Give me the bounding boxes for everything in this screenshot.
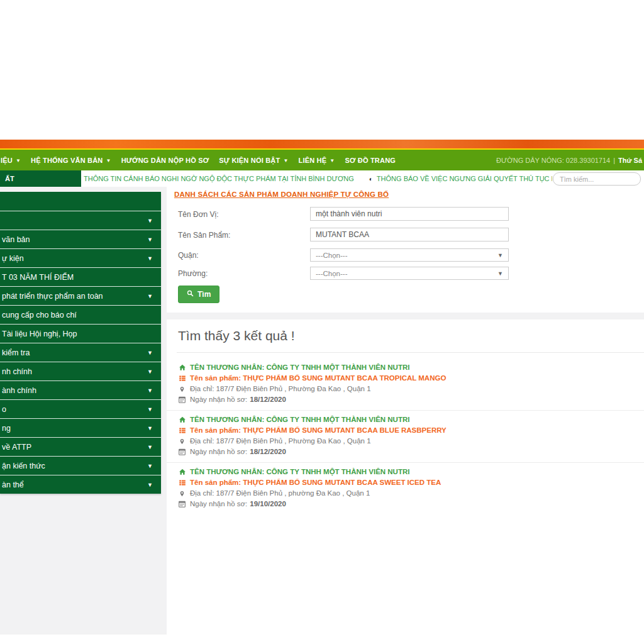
weekday-label: Thứ Sá: [618, 157, 642, 164]
result-address-line: Địa chỉ: 187/7 Điện Biên Phủ , phường Đa…: [178, 488, 644, 499]
sidebar-item[interactable]: về ATTP▼: [0, 437, 161, 456]
nav-item[interactable]: HỆ THỐNG VĂN BẢN▼: [26, 157, 116, 164]
chevron-down-icon: ▼: [497, 270, 503, 277]
sidebar-item[interactable]: o▼: [0, 399, 161, 418]
ward-select[interactable]: ---Chọn---▼: [310, 267, 509, 280]
chevron-down-icon: ▼: [147, 350, 153, 356]
ticker-label: ẤT: [0, 170, 81, 187]
result-merchant-line[interactable]: TÊN THƯƠNG NHÂN: CÔNG TY TNHH MỘT THÀNH …: [178, 414, 644, 425]
nav-item[interactable]: SỰ KIỆN NỔI BẬT▼: [214, 157, 293, 164]
result-item: TÊN THƯƠNG NHÂN: CÔNG TY TNHH MỘT THÀNH …: [167, 462, 644, 514]
result-item: TÊN THƯƠNG NHÂN: CÔNG TY TNHH MỘT THÀNH …: [167, 410, 644, 462]
result-date-line: Ngày nhận hồ sơ:18/12/2020: [178, 447, 644, 457]
chevron-down-icon: ▼: [147, 293, 153, 299]
sidebar-item[interactable]: ự kiện▼: [0, 248, 161, 267]
sidebar-item[interactable]: ận kiến thức▼: [0, 456, 161, 475]
chevron-down-icon: ▼: [147, 218, 153, 224]
ticker-item[interactable]: THÔNG TIN CẢNH BÁO NGHI NGỜ NGỘ ĐỘC THỰC…: [84, 175, 354, 182]
result-merchant-line[interactable]: TÊN THƯƠNG NHÂN: CÔNG TY TNHH MỘT THÀNH …: [178, 467, 644, 477]
map-pin-icon: [178, 386, 186, 393]
sidebar-item[interactable]: [0, 192, 161, 211]
sidebar-item[interactable]: cung cấp cho báo chí: [0, 305, 161, 324]
form-label: Quận:: [178, 251, 199, 260]
nav-item[interactable]: SƠ ĐỒ TRANG: [340, 157, 401, 164]
map-pin-icon: [178, 490, 186, 497]
result-date-value: 18/12/2020: [250, 394, 286, 405]
chevron-down-icon: ▼: [330, 158, 335, 164]
results-card: Tìm thấy 3 kết quả ! TÊN THƯƠNG NHÂN: CÔ…: [167, 319, 644, 635]
chevron-down-icon: ▼: [147, 236, 153, 243]
nav-items: IỆU▼HỆ THỐNG VĂN BẢN▼HƯỚNG DẪN NỘP HỒ SƠ…: [0, 157, 401, 164]
form-row: Tên Đơn Vị:: [178, 207, 631, 222]
unit-name-input[interactable]: [310, 207, 509, 221]
sidebar-item[interactable]: ▼: [0, 211, 161, 230]
home-icon: [178, 469, 186, 475]
nav-item[interactable]: LIÊN HỆ▼: [294, 157, 340, 164]
sidebar-item[interactable]: văn bản▼: [0, 230, 161, 248]
sidebar-item-label: Tài liệu Hội nghị, Họp: [2, 330, 77, 338]
sidebar-item-label: văn bản: [2, 235, 30, 244]
form-label: Tên Đơn Vị:: [178, 210, 219, 219]
result-item: TÊN THƯƠNG NHÂN: CÔNG TY TNHH MỘT THÀNH …: [167, 358, 644, 410]
sidebar-item[interactable]: àn thể▼: [0, 475, 161, 494]
sidebar-item[interactable]: phát triển thực phẩm an toàn▼: [0, 286, 161, 305]
product-name-input[interactable]: [310, 228, 509, 242]
sidebar-menu: ▼văn bản▼ự kiện▼T 03 NĂM THÍ ĐIỂMphát tr…: [0, 192, 161, 494]
list-icon: [178, 375, 186, 382]
select-value: ---Chọn---: [316, 252, 347, 259]
chevron-down-icon: ▼: [147, 387, 153, 394]
district-select[interactable]: ---Chọn---▼: [310, 248, 509, 262]
sidebar-item-label: àn thể: [2, 480, 24, 489]
chevron-down-icon: ▼: [106, 158, 111, 164]
chevron-down-icon: ▼: [147, 406, 153, 413]
form-row: Tên Sản Phẩm:: [178, 228, 631, 243]
calendar-icon: [178, 501, 186, 508]
sidebar-item[interactable]: T 03 NĂM THÍ ĐIỂM: [0, 267, 161, 286]
select-value: ---Chọn---: [316, 270, 347, 277]
find-button-label: Tìm: [197, 290, 211, 299]
chevron-down-icon: ▼: [147, 444, 153, 450]
result-date-line: Ngày nhận hồ sơ:18/12/2020: [178, 394, 644, 405]
sidebar-item[interactable]: ng▼: [0, 418, 161, 437]
form-label: Phường:: [178, 269, 208, 278]
sidebar-item-label: o: [2, 405, 6, 414]
result-address-line: Địa chỉ: 187/7 Điện Biên Phủ , Phường Đa…: [178, 384, 644, 394]
sidebar-item[interactable]: ành chính▼: [0, 380, 161, 399]
sidebar-item[interactable]: kiểm tra▼: [0, 343, 161, 362]
chevron-down-icon: ▼: [147, 255, 153, 262]
decorative-orange-bar: [0, 140, 644, 148]
hotline: ĐƯỜNG DÂY NÓNG: 028.39301714 | Thứ Sá: [496, 150, 642, 170]
nav-item[interactable]: IỆU▼: [0, 157, 26, 164]
chevron-down-icon: ▼: [283, 158, 288, 164]
result-date-value: 19/10/2020: [250, 499, 286, 509]
results-summary: Tìm thấy 3 kết quả !: [178, 328, 295, 343]
sidebar-item-label: T 03 NĂM THÍ ĐIỂM: [2, 273, 74, 282]
result-product-line[interactable]: Tên sản phẩm: THỰC PHẨM BỔ SUNG MUTANT B…: [178, 477, 644, 488]
sidebar-item-label: kiểm tra: [2, 348, 30, 357]
sidebar-item[interactable]: Tài liệu Hội nghị, Họp: [0, 324, 161, 343]
result-date-line: Ngày nhận hồ sơ:19/10/2020: [178, 499, 644, 509]
sidebar-item[interactable]: nh chính▼: [0, 362, 161, 380]
form-label: Tên Sản Phẩm:: [178, 231, 230, 240]
page: IỆU▼HỆ THỐNG VĂN BẢN▼HƯỚNG DẪN NỘP HỒ SƠ…: [0, 0, 644, 644]
hotline-label: ĐƯỜNG DÂY NÓNG: 028.39301714: [496, 157, 610, 164]
adjust-icon: ◐: [369, 175, 373, 182]
calendar-icon: [178, 396, 186, 403]
search-input[interactable]: [553, 172, 641, 186]
sidebar-item-label: cung cấp cho báo chí: [2, 311, 77, 319]
map-pin-icon: [178, 438, 186, 445]
result-merchant-line[interactable]: TÊN THƯƠNG NHÂN: CÔNG TY TNHH MỘT THÀNH …: [178, 362, 644, 373]
calendar-icon: [178, 448, 186, 455]
chevron-down-icon: ▼: [147, 463, 153, 469]
sidebar-item-label: về ATTP: [2, 443, 31, 452]
results-list: TÊN THƯƠNG NHÂN: CÔNG TY TNHH MỘT THÀNH …: [167, 358, 644, 514]
find-button[interactable]: Tìm: [178, 286, 219, 303]
sidebar-item-label: ận kiến thức: [2, 462, 45, 470]
ticker-item[interactable]: ◐THÔNG BÁO VỀ VIỆC NGƯNG GIẢI QUYẾT THỦ …: [369, 175, 552, 182]
result-product-line[interactable]: Tên sản phẩm: THỰC PHẨM BỔ SUNG MUTANT B…: [178, 373, 644, 384]
result-date-value: 18/12/2020: [250, 447, 286, 457]
form-row: Quận:---Chọn---▼: [178, 248, 631, 263]
search-form-card: DANH SÁCH CÁC SẢN PHẨM DOANH NGHIỆP TỰ C…: [167, 187, 644, 313]
result-product-line[interactable]: Tên sản phẩm: THỰC PHẨM BỔ SUNG MUTANT B…: [178, 425, 644, 436]
nav-item[interactable]: HƯỚNG DẪN NỘP HỒ SƠ: [116, 157, 214, 164]
